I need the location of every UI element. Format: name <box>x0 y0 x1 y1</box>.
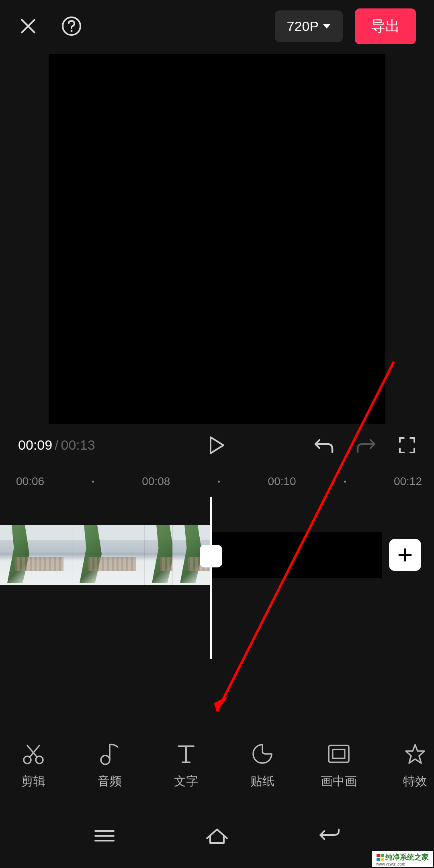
time-separator: / <box>55 437 58 453</box>
time-total: 00:13 <box>61 437 95 453</box>
tool-sticker[interactable]: 贴纸 <box>243 742 281 790</box>
ruler-tick: 00:10 <box>268 475 296 488</box>
video-preview[interactable] <box>49 54 385 424</box>
svg-rect-8 <box>333 749 345 758</box>
nav-menu-button[interactable] <box>88 826 121 846</box>
ruler-dot <box>92 481 94 483</box>
svg-point-1 <box>70 30 72 32</box>
tool-label: 贴纸 <box>250 773 274 790</box>
close-button[interactable] <box>18 16 38 36</box>
tool-label: 剪辑 <box>21 773 45 790</box>
system-nav-bar <box>0 816 434 856</box>
ruler-tick: 00:08 <box>142 475 170 488</box>
back-icon <box>318 828 341 844</box>
clip-thumbnail[interactable] <box>72 525 145 585</box>
ruler-dot <box>218 481 220 483</box>
watermark-logo-icon <box>376 854 384 862</box>
help-button[interactable] <box>60 15 82 37</box>
tool-audio[interactable]: 音频 <box>90 742 129 790</box>
timeline-ruler[interactable]: 00:06 00:08 00:10 00:12 <box>0 466 434 497</box>
svg-point-6 <box>101 755 110 764</box>
watermark: 纯净系统之家 www.ycwjzj.com <box>372 851 433 867</box>
sticker-icon <box>250 742 274 766</box>
tool-text[interactable]: 文字 <box>167 742 205 790</box>
nav-back-button[interactable] <box>313 826 346 846</box>
ruler-tick: 00:12 <box>394 475 422 488</box>
add-clip-button[interactable] <box>389 539 421 571</box>
watermark-url: www.ycwjzj.com <box>376 862 429 866</box>
resolution-button[interactable]: 720P <box>275 10 343 42</box>
timeline[interactable] <box>0 497 434 659</box>
ruler-tick: 00:06 <box>16 475 44 488</box>
playhead[interactable] <box>210 497 212 659</box>
music-note-icon <box>98 742 122 766</box>
home-icon <box>205 827 229 845</box>
tool-edit[interactable]: 剪辑 <box>14 742 52 790</box>
help-icon <box>61 16 82 36</box>
svg-rect-12 <box>381 858 384 861</box>
watermark-text: 纯净系统之家 <box>385 853 429 861</box>
svg-rect-9 <box>377 854 380 857</box>
undo-button[interactable] <box>314 437 334 454</box>
scissors-icon <box>21 742 45 766</box>
tool-label: 特效 <box>403 773 427 790</box>
player-controls: 00:09 / 00:13 <box>0 424 434 466</box>
tool-label: 文字 <box>174 773 198 790</box>
ruler-dot <box>344 481 346 483</box>
tool-label: 音频 <box>98 773 122 790</box>
empty-track[interactable] <box>211 532 382 578</box>
chevron-down-icon <box>323 24 331 29</box>
nav-home-button[interactable] <box>201 826 233 846</box>
play-icon <box>209 436 225 455</box>
clip-thumbnail[interactable] <box>0 525 72 585</box>
bottom-toolbar: 剪辑 音频 文字 贴纸 <box>0 742 434 790</box>
play-button[interactable] <box>209 436 225 455</box>
header: 720P 导出 <box>0 0 434 52</box>
playhead-handle[interactable] <box>200 545 222 567</box>
export-button[interactable]: 导出 <box>355 8 416 44</box>
text-icon <box>174 742 198 766</box>
svg-rect-7 <box>329 745 349 762</box>
resolution-label: 720P <box>287 18 319 34</box>
close-icon <box>20 18 37 35</box>
menu-icon <box>94 829 115 843</box>
fullscreen-button[interactable] <box>398 436 416 454</box>
redo-icon <box>356 437 376 454</box>
video-track[interactable] <box>0 525 211 585</box>
export-label: 导出 <box>371 18 400 34</box>
svg-marker-3 <box>214 696 228 711</box>
pip-icon <box>327 742 351 766</box>
time-current: 00:09 <box>18 437 52 453</box>
plus-icon <box>397 547 413 563</box>
svg-rect-10 <box>381 854 384 857</box>
tool-effects[interactable]: 特效 <box>396 742 434 790</box>
fullscreen-icon <box>398 436 416 454</box>
star-icon <box>403 742 427 766</box>
tool-label: 画中画 <box>321 773 357 790</box>
clip-thumbnail[interactable] <box>145 525 173 585</box>
tool-pip[interactable]: 画中画 <box>319 742 358 790</box>
redo-button[interactable] <box>356 437 376 454</box>
svg-rect-11 <box>377 858 380 861</box>
undo-icon <box>314 437 334 454</box>
